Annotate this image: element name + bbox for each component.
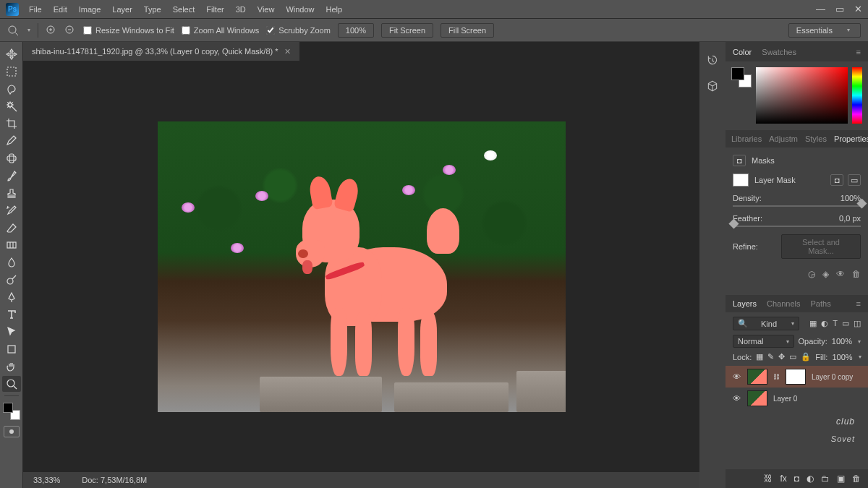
lock-pixels-icon[interactable]: ✎: [767, 352, 774, 361]
minimize-icon[interactable]: —: [816, 4, 825, 14]
zoom-in-icon[interactable]: [46, 25, 57, 36]
layer-name[interactable]: Layer 0: [773, 395, 797, 403]
tab-channels[interactable]: Channels: [767, 299, 800, 308]
delete-layer-icon[interactable]: 🗑: [852, 474, 861, 484]
blend-mode-select[interactable]: Normal▾: [733, 335, 794, 348]
layer-row[interactable]: 👁 Layer 0: [726, 388, 868, 409]
tab-styles[interactable]: Styles: [805, 134, 827, 143]
lock-all-icon[interactable]: 🔒: [801, 352, 811, 361]
menu-3d[interactable]: 3D: [236, 5, 246, 14]
wand-tool[interactable]: [2, 98, 21, 114]
add-mask-icon[interactable]: ◘: [794, 474, 799, 484]
menu-layer[interactable]: Layer: [112, 5, 132, 14]
document-tab[interactable]: shiba-inu-1147811_1920.jpg @ 33,3% (Laye…: [23, 42, 300, 61]
dock-history-icon[interactable]: [705, 52, 720, 68]
menu-view[interactable]: View: [258, 5, 275, 14]
menu-filter[interactable]: Filter: [206, 5, 224, 14]
filter-adjust-icon[interactable]: ◐: [821, 319, 828, 328]
move-tool[interactable]: [2, 46, 21, 62]
workspace-selector[interactable]: Essentials▾: [788, 23, 861, 38]
visibility-toggle-icon[interactable]: 👁: [731, 372, 741, 381]
new-group-icon[interactable]: 🗀: [821, 474, 830, 484]
pixel-mask-icon[interactable]: ◘: [830, 174, 843, 186]
fill-value[interactable]: 100%: [832, 353, 852, 361]
link-layers-icon[interactable]: ⛓: [764, 474, 773, 484]
brush-tool[interactable]: [2, 168, 21, 184]
layer-thumbnail[interactable]: [747, 369, 767, 385]
density-slider[interactable]: Density:100%: [733, 194, 861, 207]
fit-screen-button[interactable]: Fit Screen: [381, 23, 433, 38]
menu-image[interactable]: Image: [79, 5, 101, 14]
layer-thumbnail[interactable]: [747, 390, 767, 406]
tab-color[interactable]: Color: [733, 48, 752, 56]
zoom-all-option[interactable]: Zoom All Windows: [182, 26, 259, 35]
dodge-tool[interactable]: [2, 272, 21, 288]
current-tool-icon[interactable]: [7, 25, 19, 36]
lock-position-icon[interactable]: ✥: [778, 352, 785, 361]
pen-tool[interactable]: [2, 289, 21, 305]
lasso-tool[interactable]: [2, 81, 21, 97]
blur-tool[interactable]: [2, 254, 21, 270]
zoom-tool[interactable]: [2, 376, 21, 392]
layer-filter-kind[interactable]: 🔍 Kind▾: [733, 317, 799, 330]
visibility-toggle-icon[interactable]: 👁: [731, 394, 741, 403]
maximize-icon[interactable]: ▭: [835, 4, 844, 14]
filter-pixel-icon[interactable]: ▦: [809, 319, 817, 328]
disable-mask-icon[interactable]: 👁: [836, 269, 845, 279]
tab-adjustments[interactable]: Adjustm: [769, 134, 798, 143]
doc-info[interactable]: Doc: 7,53M/16,8M: [82, 476, 147, 484]
path-select-tool[interactable]: [2, 324, 21, 340]
history-brush-tool[interactable]: [2, 202, 21, 218]
layer-fx-icon[interactable]: fx: [780, 474, 786, 484]
lock-artboard-icon[interactable]: ▭: [789, 352, 796, 361]
tab-swatches[interactable]: Swatches: [762, 48, 796, 56]
tab-paths[interactable]: Paths: [811, 299, 831, 308]
stamp-tool[interactable]: [2, 185, 21, 201]
zoom-100-button[interactable]: 100%: [338, 23, 374, 38]
new-layer-icon[interactable]: ▣: [837, 474, 845, 484]
dock-3d-icon[interactable]: [705, 78, 720, 94]
tool-preset-dropdown[interactable]: ▾: [27, 27, 30, 33]
tab-properties[interactable]: Properties: [834, 134, 868, 143]
menu-file[interactable]: File: [29, 5, 42, 14]
menu-window[interactable]: Window: [286, 5, 314, 14]
filter-shape-icon[interactable]: ▭: [842, 319, 849, 328]
fill-screen-button[interactable]: Fill Screen: [441, 23, 494, 38]
select-and-mask-button[interactable]: Select and Mask...: [781, 234, 861, 259]
vector-mask-icon[interactable]: ▭: [848, 174, 861, 186]
load-selection-icon[interactable]: ◶: [808, 269, 815, 279]
zoom-status[interactable]: 33,33%: [33, 476, 60, 484]
new-adjustment-icon[interactable]: ◐: [807, 474, 814, 484]
menu-select[interactable]: Select: [173, 5, 195, 14]
quick-mask-toggle[interactable]: [4, 426, 20, 437]
delete-mask-icon[interactable]: 🗑: [852, 269, 861, 279]
healing-tool[interactable]: [2, 150, 21, 166]
color-swatches[interactable]: [3, 403, 20, 420]
mask-thumbnail[interactable]: [733, 174, 749, 187]
tab-layers[interactable]: Layers: [733, 299, 757, 308]
menu-help[interactable]: Help: [326, 5, 343, 14]
apply-mask-icon[interactable]: ◈: [822, 269, 829, 279]
eyedropper-tool[interactable]: [2, 133, 21, 149]
crop-tool[interactable]: [2, 116, 21, 132]
close-icon[interactable]: ✕: [854, 4, 862, 14]
layer-mask-thumbnail[interactable]: [786, 369, 806, 385]
filter-type-icon[interactable]: T: [833, 319, 838, 328]
close-tab-icon[interactable]: ✕: [284, 47, 291, 56]
feather-slider[interactable]: Feather:0,0 px: [733, 214, 861, 227]
gradient-tool[interactable]: [2, 237, 21, 253]
filter-smart-icon[interactable]: ◫: [854, 319, 861, 328]
type-tool[interactable]: [2, 307, 21, 322]
eraser-tool[interactable]: [2, 220, 21, 236]
opacity-value[interactable]: 100%: [832, 337, 852, 346]
color-picker-swatches[interactable]: [731, 67, 752, 87]
zoom-out-icon[interactable]: [64, 25, 76, 36]
layer-name[interactable]: Layer 0 copy: [812, 373, 853, 381]
mask-link-icon[interactable]: ⛓: [773, 373, 780, 380]
lock-transparency-icon[interactable]: ▦: [756, 352, 763, 361]
marquee-tool[interactable]: [2, 64, 21, 80]
panel-menu-icon[interactable]: ≡: [856, 48, 861, 56]
resize-windows-option[interactable]: Resize Windows to Fit: [83, 26, 174, 35]
shape-tool[interactable]: [2, 341, 21, 357]
canvas-viewport[interactable]: [23, 61, 699, 472]
